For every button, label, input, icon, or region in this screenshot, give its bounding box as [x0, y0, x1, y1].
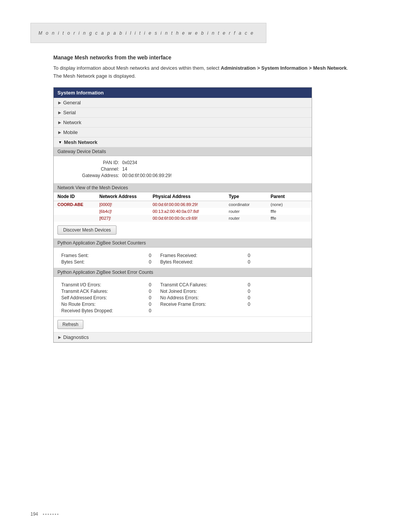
page-footer: 194 ▪▪▪▪▪▪▪	[30, 511, 59, 517]
not-joined-row: Not Joined Errors: 0	[160, 289, 255, 294]
transmit-io-value: 0	[149, 282, 156, 288]
transmit-io-row: Transmit I/O Errors: 0	[61, 282, 156, 288]
bytes-received-row: Bytes Received: 0	[160, 259, 255, 265]
row1-parent: fffe	[271, 209, 301, 214]
network-view-label: Network View of the Mesh Devices	[57, 185, 128, 190]
col-header-network-addr: Network Address	[99, 194, 153, 199]
col-header-type: Type	[229, 194, 271, 199]
refresh-section: Refresh	[54, 317, 312, 332]
row2-physical-addr: 00:0d:6f:00:00:0c:c9:69!	[153, 216, 229, 220]
row0-type: coordinator	[229, 202, 271, 207]
nav-item-mobile[interactable]: ▶ Mobile	[54, 128, 312, 137]
transmit-ack-label: Transmit ACK Failures:	[61, 289, 110, 294]
gateway-details: PAN ID: 0x0234 Channel: 14 Gateway Addre…	[54, 156, 312, 184]
received-bytes-dropped-row: Received Bytes Dropped: 0	[61, 308, 156, 313]
col-header-node-id: Node ID	[57, 194, 99, 199]
receive-frame-row: Receive Frame Errors: 0	[160, 302, 255, 307]
pan-id-value: 0x0234	[122, 160, 137, 165]
row1-network-addr: [6b4c]!	[99, 209, 153, 214]
self-addressed-value: 0	[149, 295, 156, 300]
sys-info-title: System Information	[57, 90, 104, 96]
frames-received-value: 0	[248, 253, 255, 258]
col-header-physical-addr: Physical Address	[153, 194, 229, 199]
no-route-row: No Route Errors: 0	[61, 302, 156, 307]
row0-parent: (none)	[271, 202, 301, 207]
nav-label-network: Network	[63, 120, 81, 125]
no-address-label: No Address Errors:	[160, 295, 201, 300]
transmit-io-label: Transmit I/O Errors:	[61, 282, 104, 288]
arrow-right-icon: ▶	[58, 110, 61, 115]
gateway-addr-value: 00:0d:6f:00:00:06:89:29!	[122, 173, 172, 178]
receive-frame-value: 0	[248, 302, 255, 307]
discover-section: Discover Mesh Devices	[54, 222, 312, 239]
pan-id-row: PAN ID: 0x0234	[61, 160, 304, 165]
col-header-parent: Parent	[271, 194, 301, 199]
error-counts-label: Python Application ZigBee Socket Error C…	[57, 270, 153, 275]
nav-label-mesh: Mesh Network	[64, 139, 97, 145]
arrow-right-icon: ▶	[58, 120, 61, 125]
header-banner-text: M o n i t o r i n g c a p a b i l i t i …	[38, 30, 254, 36]
arrow-right-icon: ▶	[58, 335, 61, 339]
nav-item-general[interactable]: ▶ General	[54, 98, 312, 108]
gateway-section-label: Gateway Device Details	[57, 149, 106, 154]
row2-parent: fffe	[271, 216, 301, 220]
nav-item-diagnostics[interactable]: ▶ Diagnostics	[54, 332, 312, 342]
table-header: Node ID Network Address Physical Address…	[54, 192, 312, 201]
nav-label-serial: Serial	[63, 110, 76, 115]
self-addressed-row: Self Addressed Errors: 0	[61, 295, 156, 300]
nav-label-general: General	[63, 100, 81, 105]
frames-sent-value: 0	[149, 253, 156, 258]
section-title: Manage Mesh networks from the web interf…	[53, 54, 358, 61]
no-address-row: No Address Errors: 0	[160, 295, 255, 300]
no-address-value: 0	[248, 295, 255, 300]
counters-section: Frames Sent: 0 Frames Received: 0 Bytes …	[54, 248, 312, 268]
sys-info-header: System Information	[54, 88, 312, 98]
not-joined-value: 0	[248, 289, 255, 294]
frames-sent-row: Frames Sent: 0	[61, 253, 156, 258]
frames-received-row: Frames Received: 0	[160, 253, 255, 258]
gateway-section-bar: Gateway Device Details	[54, 147, 312, 156]
refresh-button[interactable]: Refresh	[57, 320, 83, 329]
no-route-label: No Route Errors:	[61, 302, 98, 307]
gateway-addr-row: Gateway Address: 00:0d:6f:00:00:06:89:29…	[61, 173, 304, 178]
transmit-ack-value: 0	[149, 289, 156, 294]
transmit-ack-row: Transmit ACK Failures: 0	[61, 289, 156, 294]
counter-grid: Frames Sent: 0 Frames Received: 0 Bytes …	[61, 253, 304, 265]
not-joined-label: Not Joined Errors:	[160, 289, 199, 294]
row0-physical-addr: 00:0d:6f:00:00:06:89:29!	[153, 202, 229, 207]
row2-node-id	[57, 216, 99, 220]
table-row: COORD-ABE [0000]! 00:0d:6f:00:00:06:89:2…	[54, 201, 312, 208]
nav-item-network[interactable]: ▶ Network	[54, 118, 312, 128]
arrow-right-icon: ▶	[58, 101, 61, 105]
received-bytes-dropped-value: 0	[149, 308, 156, 313]
row0-network-addr: [0000]!	[99, 202, 153, 207]
table-row: [f027]! 00:0d:6f:00:00:0c:c9:69! router …	[54, 215, 312, 222]
page-number: 194	[30, 511, 38, 517]
bytes-sent-value: 0	[149, 259, 156, 265]
bytes-received-label: Bytes Received:	[160, 259, 196, 265]
channel-label: Channel:	[61, 166, 122, 172]
discover-mesh-devices-button[interactable]: Discover Mesh Devices	[57, 225, 116, 235]
channel-row: Channel: 14	[61, 166, 304, 172]
transmit-cca-value: 0	[248, 282, 255, 288]
table-row: [6b4c]! 00:13:a2:00:40:0a:07:8d! router …	[54, 208, 312, 215]
pan-id-label: PAN ID:	[61, 160, 122, 165]
intro-bold: Administration > System Information > Me…	[221, 65, 347, 71]
system-info-box: System Information ▶ General ▶ Serial ▶ …	[53, 87, 312, 343]
nav-item-serial[interactable]: ▶ Serial	[54, 108, 312, 118]
transmit-cca-label: Transmit CCA Failures:	[160, 282, 210, 288]
receive-frame-label: Receive Frame Errors:	[160, 302, 209, 307]
intro-text: To display information about Mesh networ…	[53, 64, 358, 80]
footer-dots: ▪▪▪▪▪▪▪	[43, 511, 59, 517]
network-view-table: Node ID Network Address Physical Address…	[54, 192, 312, 222]
header-banner: M o n i t o r i n g c a p a b i l i t i …	[30, 23, 266, 43]
row1-type: router	[229, 209, 271, 214]
channel-value: 14	[122, 166, 127, 172]
error-grid: Transmit I/O Errors: 0 Transmit CCA Fail…	[61, 282, 304, 313]
arrow-right-icon: ▶	[58, 130, 61, 134]
bytes-sent-row: Bytes Sent: 0	[61, 259, 156, 265]
zigbee-counters-bar: Python Application ZigBee Socket Counter…	[54, 239, 312, 248]
row1-node-id	[57, 209, 99, 214]
nav-item-mesh-network[interactable]: ▼ Mesh Network	[54, 137, 312, 147]
row2-type: router	[229, 216, 271, 220]
